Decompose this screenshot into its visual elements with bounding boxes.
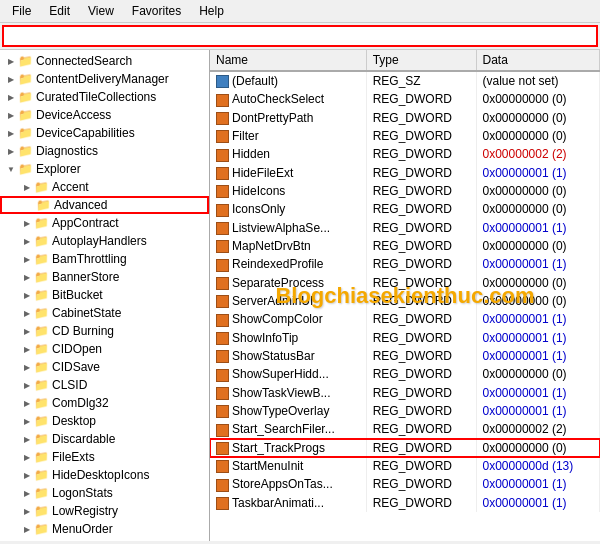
table-header[interactable]: Data [476,50,599,71]
table-row[interactable]: MapNetDrvBtnREG_DWORD0x00000000 (0) [210,237,600,255]
tree-item[interactable]: ▶📁LogonStats [0,484,209,502]
tree-arrow[interactable]: ▶ [20,417,34,426]
table-header[interactable]: Type [366,50,476,71]
reg-data: 0x00000001 (1) [476,255,599,273]
reg-icon [216,479,229,492]
tree-arrow[interactable]: ▶ [4,147,18,156]
tree-arrow[interactable]: ▶ [20,363,34,372]
table-row[interactable]: DontPrettyPathREG_DWORD0x00000000 (0) [210,109,600,127]
tree-arrow[interactable]: ▶ [20,453,34,462]
table-row[interactable]: ReindexedProfileREG_DWORD0x00000001 (1) [210,255,600,273]
tree-item[interactable]: ▶📁Modules [0,538,209,541]
table-row[interactable]: TaskbarAnimati...REG_DWORD0x00000001 (1) [210,494,600,512]
tree-item[interactable]: ▶📁ConnectedSearch [0,52,209,70]
tree-arrow[interactable]: ▶ [20,291,34,300]
tree-item[interactable]: ▶📁CIDSave [0,358,209,376]
table-row[interactable]: ShowTypeOverlayREG_DWORD0x00000001 (1) [210,402,600,420]
tree-item[interactable]: ▶📁LowRegistry [0,502,209,520]
tree-item[interactable]: ▶📁Advanced [0,196,209,214]
tree-item[interactable]: ▶📁CIDOpen [0,340,209,358]
menubar-item-view[interactable]: View [80,2,122,20]
tree-item[interactable]: ▶📁Desktop [0,412,209,430]
tree-arrow[interactable]: ▶ [20,471,34,480]
reg-name: SeparateProcess [210,274,366,292]
tree-item[interactable]: ▶📁AutoplayHandlers [0,232,209,250]
tree-item[interactable]: ▶📁BamThrottling [0,250,209,268]
table-row[interactable]: StoreAppsOnTas...REG_DWORD0x00000001 (1) [210,475,600,493]
tree-arrow[interactable]: ▶ [4,93,18,102]
tree-arrow[interactable]: ▶ [20,381,34,390]
table-row[interactable]: HiddenREG_DWORD0x00000002 (2) [210,145,600,163]
table-row[interactable]: ListviewAlphaSe...REG_DWORD0x00000001 (1… [210,219,600,237]
tree-arrow[interactable]: ▶ [20,507,34,516]
table-header[interactable]: Name [210,50,366,71]
tree-arrow[interactable]: ▶ [20,435,34,444]
tree-arrow[interactable]: ▶ [20,219,34,228]
table-row[interactable]: ShowInfoTipREG_DWORD0x00000001 (1) [210,329,600,347]
tree-arrow[interactable]: ▶ [20,183,34,192]
tree-item[interactable]: ▶📁Discardable [0,430,209,448]
tree-item[interactable]: ▶📁DeviceCapabilities [0,124,209,142]
tree-arrow[interactable]: ▶ [20,255,34,264]
tree-arrow[interactable]: ▶ [4,129,18,138]
tree-item-label: CuratedTileCollections [36,90,156,104]
tree-item[interactable]: ▶📁FileExts [0,448,209,466]
table-row[interactable]: IconsOnlyREG_DWORD0x00000000 (0) [210,200,600,218]
tree-arrow[interactable]: ▶ [20,237,34,246]
tree-arrow[interactable]: ▶ [20,399,34,408]
tree-arrow[interactable]: ▶ [20,309,34,318]
tree-item[interactable]: ▶📁ComDlg32 [0,394,209,412]
reg-type: REG_DWORD [366,109,476,127]
tree-item[interactable]: ▶📁BitBucket [0,286,209,304]
tree-item-label: Explorer [36,162,81,176]
table-row[interactable]: ShowCompColorREG_DWORD0x00000001 (1) [210,310,600,328]
table-row[interactable]: HideIconsREG_DWORD0x00000000 (0) [210,182,600,200]
table-row[interactable]: ShowTaskViewB...REG_DWORD0x00000001 (1) [210,384,600,402]
tree-item[interactable]: ▶📁AppContract [0,214,209,232]
tree-arrow[interactable]: ▶ [20,273,34,282]
tree-item[interactable]: ▶📁MenuOrder [0,520,209,538]
menubar-item-file[interactable]: File [4,2,39,20]
tree-arrow[interactable]: ▶ [22,201,36,210]
reg-type: REG_DWORD [366,274,476,292]
table-row[interactable]: AutoCheckSelectREG_DWORD0x00000000 (0) [210,90,600,108]
reg-type: REG_DWORD [366,384,476,402]
tree-item[interactable]: ▶📁BannerStore [0,268,209,286]
table-row[interactable]: SeparateProcessREG_DWORD0x00000000 (0) [210,274,600,292]
menubar-item-favorites[interactable]: Favorites [124,2,189,20]
folder-icon: 📁 [34,324,49,338]
tree-arrow[interactable]: ▶ [20,489,34,498]
table-row[interactable]: Start_SearchFiler...REG_DWORD0x00000002 … [210,420,600,438]
tree-arrow[interactable]: ▶ [4,75,18,84]
tree-item[interactable]: ▼📁Explorer [0,160,209,178]
tree-item[interactable]: ▶📁ContentDeliveryManager [0,70,209,88]
tree-arrow[interactable]: ▶ [20,327,34,336]
menubar-item-help[interactable]: Help [191,2,232,20]
tree-arrow[interactable]: ▶ [4,111,18,120]
tree-arrow[interactable]: ▼ [4,165,18,174]
tree-item[interactable]: ▶📁Accent [0,178,209,196]
table-row[interactable]: HideFileExtREG_DWORD0x00000001 (1) [210,164,600,182]
tree-item[interactable]: ▶📁CLSID [0,376,209,394]
table-row[interactable]: (Default)REG_SZ(value not set) [210,71,600,90]
table-row[interactable]: ServerAdminUIREG_DWORD0x00000000 (0) [210,292,600,310]
menubar-item-edit[interactable]: Edit [41,2,78,20]
table-row[interactable]: Start_TrackProgsREG_DWORD0x00000000 (0) [210,439,600,457]
tree-item[interactable]: ▶📁DeviceAccess [0,106,209,124]
table-row[interactable]: StartMenuInitREG_DWORD0x0000000d (13) [210,457,600,475]
tree-item[interactable]: ▶📁CD Burning [0,322,209,340]
tree-item[interactable]: ▶📁CabinetState [0,304,209,322]
tree-arrow[interactable]: ▶ [20,345,34,354]
tree-item[interactable]: ▶📁CuratedTileCollections [0,88,209,106]
reg-name: HideIcons [210,182,366,200]
reg-data: 0x00000000 (0) [476,200,599,218]
reg-icon [216,185,229,198]
table-row[interactable]: ShowSuperHidd...REG_DWORD0x00000000 (0) [210,365,600,383]
tree-item[interactable]: ▶📁HideDesktopIcons [0,466,209,484]
tree-item[interactable]: ▶📁Diagnostics [0,142,209,160]
tree-arrow[interactable]: ▶ [20,525,34,534]
table-row[interactable]: FilterREG_DWORD0x00000000 (0) [210,127,600,145]
tree-arrow[interactable]: ▶ [4,57,18,66]
table-row[interactable]: ShowStatusBarREG_DWORD0x00000001 (1) [210,347,600,365]
folder-icon: 📁 [34,216,49,230]
